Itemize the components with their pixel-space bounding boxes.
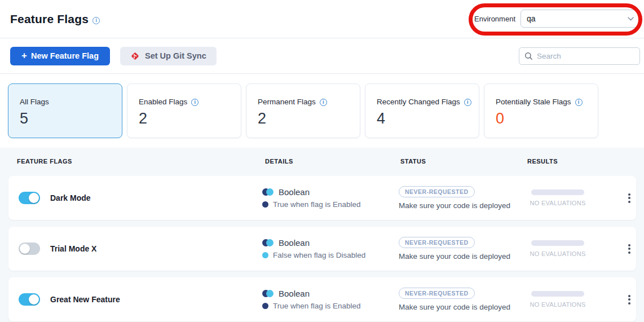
details-cell: Boolean True when flag is Enabled — [262, 289, 399, 310]
results-note: NO EVALUATIONS — [530, 301, 585, 308]
stat-info-icon[interactable]: i — [191, 99, 199, 106]
page-title: Feature Flags — [10, 12, 89, 26]
flag-cell: Trial Mode X — [19, 242, 262, 255]
stat-card-label: All Flags i — [20, 98, 122, 106]
flag-cell: Dark Mode — [19, 192, 262, 204]
plus-icon: + — [21, 50, 27, 61]
results-cell: NO EVALUATIONS — [526, 189, 589, 206]
status-cell: NEVER-REQUESTED Make sure your code is d… — [399, 237, 526, 261]
stat-card-value: 5 — [20, 110, 122, 127]
value-dot-icon — [262, 303, 268, 309]
feature-flags-table: FEATURE FLAGS DETAILS STATUS RESULTS Dar… — [0, 148, 644, 322]
stat-card-value: 2 — [258, 110, 360, 127]
page-header: Feature Flags i Environment qa — [0, 0, 644, 38]
status-note: Make sure your code is deployed — [399, 201, 526, 210]
stat-info-icon[interactable]: i — [575, 99, 583, 106]
flag-name: Trial Mode X — [50, 244, 96, 253]
stat-card-value: 2 — [139, 110, 241, 127]
git-sync-label: Set Up Git Sync — [145, 51, 206, 60]
search-input[interactable] — [537, 52, 637, 60]
row-menu-button[interactable] — [625, 190, 634, 206]
boolean-type-icon — [262, 239, 274, 246]
table-row[interactable]: Great New Feature Boolean True when flag… — [8, 277, 636, 321]
results-note: NO EVALUATIONS — [530, 250, 585, 257]
chevron-down-icon — [628, 17, 634, 21]
git-sync-button[interactable]: Set Up Git Sync — [120, 47, 217, 65]
value-dot-icon — [262, 201, 268, 208]
environment-dropdown[interactable]: qa — [521, 10, 640, 28]
stat-card[interactable]: Recently Changed Flags i 4 — [365, 83, 479, 138]
results-cell: NO EVALUATIONS — [526, 240, 589, 257]
stat-card[interactable]: Enabled Flags i 2 — [127, 83, 241, 138]
new-feature-flag-button[interactable]: + New Feature Flag — [10, 47, 110, 65]
table-row[interactable]: Dark Mode Boolean True when flag is Enab… — [8, 176, 636, 220]
flag-name: Great New Feature — [50, 295, 120, 304]
status-cell: NEVER-REQUESTED Make sure your code is d… — [399, 186, 526, 210]
status-badge: NEVER-REQUESTED — [399, 186, 475, 197]
results-note: NO EVALUATIONS — [530, 200, 585, 206]
results-placeholder-bar — [531, 189, 584, 195]
table-row[interactable]: Trial Mode X Boolean False when flag is … — [8, 227, 636, 271]
stat-info-icon[interactable]: i — [320, 99, 327, 106]
stat-card-value: 4 — [377, 110, 479, 127]
flag-toggle[interactable] — [19, 293, 40, 306]
search-icon — [524, 52, 533, 60]
boolean-type-icon — [262, 290, 274, 297]
results-placeholder-bar — [531, 291, 584, 297]
environment-value: qa — [527, 14, 536, 23]
git-icon — [130, 51, 140, 61]
flag-toggle[interactable] — [19, 192, 40, 204]
table-header-row: FEATURE FLAGS DETAILS STATUS RESULTS — [0, 148, 644, 175]
stat-card-value: 0 — [496, 110, 598, 127]
table-rows: Dark Mode Boolean True when flag is Enab… — [0, 175, 644, 321]
results-placeholder-bar — [531, 240, 584, 246]
row-menu-button[interactable] — [625, 241, 634, 257]
col-header-results: RESULTS — [527, 158, 644, 165]
results-cell: NO EVALUATIONS — [526, 291, 589, 308]
status-badge: NEVER-REQUESTED — [399, 237, 475, 248]
flag-value-note: False when flag is Disabled — [273, 251, 365, 259]
stat-card-label: Enabled Flags i — [139, 98, 241, 106]
col-header-details: DETAILS — [265, 158, 400, 165]
stat-card[interactable]: Permanent Flags i 2 — [246, 83, 360, 138]
status-note: Make sure your code is deployed — [399, 252, 526, 261]
environment-label: Environment — [474, 15, 515, 23]
toolbar: + New Feature Flag Set Up Git Sync — [0, 38, 644, 74]
flag-type-label: Boolean — [279, 238, 310, 248]
flag-type-label: Boolean — [279, 289, 310, 298]
stat-card-label: Potentially Stale Flags i — [496, 98, 598, 106]
stat-info-icon[interactable]: i — [464, 99, 471, 106]
value-dot-icon — [262, 252, 268, 258]
search-box[interactable] — [519, 47, 640, 65]
details-cell: Boolean True when flag is Enabled — [262, 187, 399, 209]
status-badge: NEVER-REQUESTED — [399, 288, 475, 299]
title-info-icon[interactable]: i — [92, 17, 100, 24]
stat-card[interactable]: All Flags i 5 — [8, 83, 122, 138]
row-menu-button[interactable] — [625, 292, 634, 308]
flag-name: Dark Mode — [50, 193, 91, 202]
flag-type-label: Boolean — [279, 187, 310, 197]
col-header-feature-flags: FEATURE FLAGS — [17, 158, 265, 165]
status-cell: NEVER-REQUESTED Make sure your code is d… — [399, 288, 526, 311]
details-cell: Boolean False when flag is Disabled — [262, 238, 399, 259]
flag-cell: Great New Feature — [19, 293, 262, 306]
col-header-status: STATUS — [400, 158, 527, 165]
environment-selector: Environment qa — [474, 10, 640, 28]
stat-card-label: Recently Changed Flags i — [377, 98, 479, 106]
flag-value-note: True when flag is Enabled — [273, 200, 361, 209]
flag-value-note: True when flag is Enabled — [273, 302, 361, 310]
flag-toggle[interactable] — [19, 242, 40, 255]
new-feature-flag-label: New Feature Flag — [31, 51, 99, 60]
stat-card[interactable]: Potentially Stale Flags i 0 — [484, 83, 598, 138]
status-note: Make sure your code is deployed — [399, 303, 526, 311]
stats-row: All Flags i 5 Enabled Flags i 2 Permanen… — [0, 74, 644, 148]
stat-card-label: Permanent Flags i — [258, 98, 360, 106]
boolean-type-icon — [262, 188, 274, 196]
